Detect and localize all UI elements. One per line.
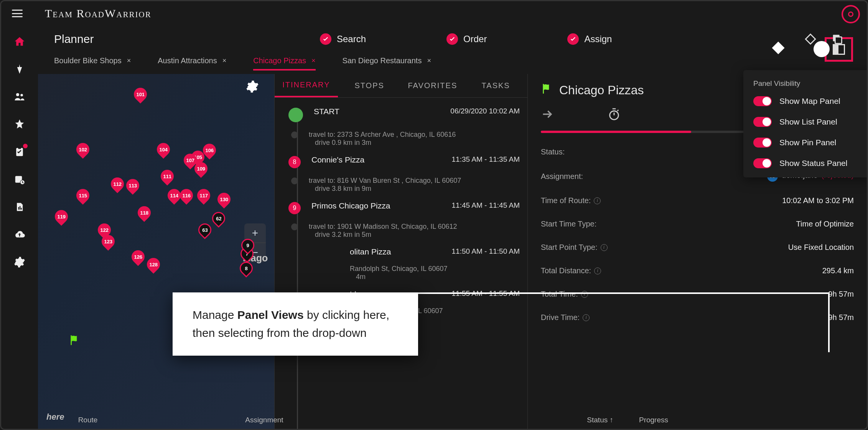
total-time-value: 9h 57m (828, 290, 854, 299)
info-icon[interactable]: i (583, 314, 590, 321)
map-pin[interactable]: 119 (55, 210, 68, 227)
map-pin[interactable]: 116 (180, 189, 193, 206)
layers-icon[interactable] (831, 33, 844, 46)
info-icon[interactable]: i (594, 268, 601, 274)
drive-time-value: 9h 57m (828, 313, 854, 322)
info-icon[interactable]: i (581, 291, 588, 298)
time-of-route-label: Time of Route: (541, 196, 591, 205)
nav-home[interactable] (13, 35, 26, 48)
map-pin[interactable]: 102 (76, 143, 89, 160)
tab-favorites[interactable]: FAVORITES (401, 74, 464, 97)
close-icon[interactable]: × (427, 57, 431, 65)
map-pin[interactable]: 128 (147, 258, 160, 275)
itinerary-start-row[interactable]: START 06/29/2020 10:02 AM (288, 107, 520, 122)
toggle-switch[interactable] (753, 117, 772, 127)
map-pin-stop[interactable]: 9 (241, 239, 254, 256)
callout-bold: Panel Views (237, 309, 304, 321)
step-order[interactable]: Order (446, 33, 487, 45)
tab-tasks[interactable]: TASKS (464, 74, 527, 97)
svg-rect-3 (18, 147, 21, 149)
travel-node (291, 177, 298, 184)
menu-button[interactable] (12, 10, 23, 17)
nav-schedule[interactable] (13, 173, 26, 186)
toggle-map-panel[interactable]: Show Map Panel (753, 96, 860, 106)
nav-settings[interactable] (13, 256, 26, 269)
map-pin[interactable]: 109 (194, 162, 208, 179)
map-pin-stop[interactable]: 63 (198, 223, 211, 240)
stop-time: 11:45 AM - 11:45 AM (452, 201, 520, 210)
route-tab[interactable]: Boulder Bike Shops× (54, 56, 131, 71)
close-icon[interactable]: × (311, 57, 316, 65)
travel-drive: drive 3.8 km in 9m (315, 185, 520, 193)
map-pin[interactable]: 111 (161, 170, 174, 187)
map-pin[interactable]: 117 (197, 189, 210, 206)
travel-drive: 4m (356, 273, 520, 281)
assignment-label: Assignment: (541, 172, 583, 181)
nav-tasks[interactable] (13, 145, 26, 158)
toggle-switch[interactable] (753, 96, 772, 106)
step-assign[interactable]: Assign (567, 33, 612, 45)
map-pin[interactable]: 123 (102, 235, 115, 252)
toggle-switch[interactable] (753, 138, 772, 148)
nav-reports[interactable] (13, 200, 26, 213)
map-pin[interactable]: 126 (132, 250, 145, 267)
travel-row: travel to: 2373 S Archer Ave , Chicago, … (288, 131, 520, 147)
route-tab[interactable]: San Diego Restaurants× (343, 56, 431, 71)
map-pin[interactable]: 104 (157, 143, 170, 160)
map-pin-stop[interactable]: 8 (240, 262, 253, 279)
detail-panel: Chicago Pizzas Status: Assignment: JSdem… (527, 74, 867, 429)
map-pin-stop[interactable]: 62 (212, 212, 225, 229)
map-panel[interactable]: + − icago here 1011021041051061071091111… (38, 74, 274, 429)
map-pin[interactable]: 112 (111, 177, 124, 194)
close-icon[interactable]: × (222, 57, 227, 65)
map-pin[interactable]: 115 (76, 189, 89, 206)
map-pin[interactable]: 113 (126, 179, 139, 196)
map-pin[interactable]: 114 (168, 189, 181, 206)
toggle-switch[interactable] (753, 158, 772, 168)
nav-favorites[interactable] (13, 118, 26, 131)
route-tab[interactable]: Austin Attractions× (158, 56, 226, 71)
notification-dot (23, 144, 28, 148)
map-pin[interactable]: 130 (217, 193, 231, 210)
step-search[interactable]: Search (320, 33, 366, 45)
map-pin[interactable]: 106 (203, 144, 216, 161)
tab-itinerary[interactable]: ITINERARY (275, 74, 338, 97)
tab-stops[interactable]: STOPS (338, 74, 401, 97)
start-point-type-value: Use Fixed Location (788, 243, 854, 252)
route-tab[interactable]: Chicago Pizzas× (253, 56, 315, 71)
svg-rect-8 (20, 206, 20, 210)
travel-address: travel to: 816 W Van Buren St , Chicago,… (309, 177, 520, 185)
travel-node (291, 223, 298, 230)
map-pin[interactable]: 101 (134, 88, 147, 105)
list-panel: ITINERARY STOPS FAVORITES TASKS START 06… (274, 74, 527, 429)
info-icon[interactable]: i (601, 244, 608, 251)
stop-row[interactable]: 8 Connie's Pizza 11:35 AM - 11:35 AM (288, 155, 520, 168)
close-icon[interactable]: × (127, 57, 131, 65)
toggle-status-panel[interactable]: Show Status Panel (753, 158, 860, 168)
toggle-pin-panel[interactable]: Show Pin Panel (753, 138, 860, 148)
map-settings-button[interactable] (246, 80, 259, 95)
footer-route[interactable]: Route (38, 416, 138, 424)
footer-status[interactable]: Status ↑ (391, 416, 613, 424)
svg-point-1 (20, 94, 23, 97)
nav-routes[interactable] (13, 62, 26, 75)
stop-time: 11:50 AM - 11:50 AM (452, 247, 520, 256)
map-pin[interactable]: 118 (138, 206, 151, 223)
nav-upload[interactable] (13, 228, 26, 241)
nav-team[interactable] (13, 90, 26, 103)
brand-pin-icon (842, 5, 860, 23)
tab-label: Chicago Pizzas (253, 56, 306, 65)
toggle-list-panel[interactable]: Show List Panel (753, 117, 860, 127)
check-icon (446, 33, 458, 45)
arrow-icon (541, 108, 554, 122)
stop-row[interactable]: olitan Pizza 11:50 AM - 11:50 AM (288, 247, 520, 256)
footer-progress[interactable]: Progress (613, 416, 694, 424)
total-distance-label: Total Distance: (541, 266, 591, 275)
start-point-type-label: Start Point Type: (541, 243, 598, 252)
panel-visibility-dropdown: Panel Visibility Show Map Panel Show Lis… (743, 70, 868, 177)
tab-label: Boulder Bike Shops (54, 56, 122, 65)
footer-assignment[interactable]: Assignment (138, 416, 391, 424)
drive-time-label: Drive Time: (541, 313, 580, 322)
stop-row[interactable]: 9 Primos Chicago Pizza 11:45 AM - 11:45 … (288, 201, 520, 214)
info-icon[interactable]: i (594, 197, 601, 204)
